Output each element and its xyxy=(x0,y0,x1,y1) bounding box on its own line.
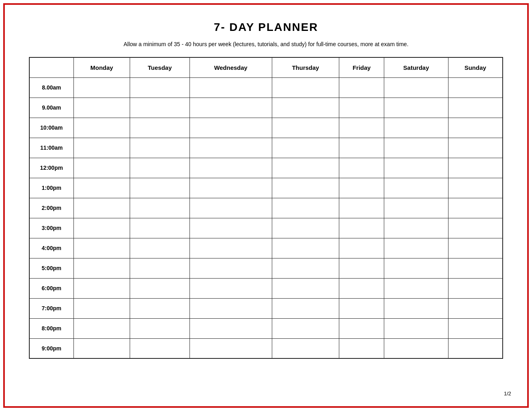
schedule-cell[interactable] xyxy=(272,278,339,298)
schedule-cell[interactable] xyxy=(272,258,339,278)
schedule-cell[interactable] xyxy=(190,138,272,158)
schedule-cell[interactable] xyxy=(448,258,503,278)
schedule-cell[interactable] xyxy=(130,258,190,278)
schedule-cell[interactable] xyxy=(130,238,190,258)
schedule-cell[interactable] xyxy=(384,77,448,98)
schedule-cell[interactable] xyxy=(448,298,503,318)
schedule-cell[interactable] xyxy=(339,318,384,338)
schedule-cell[interactable] xyxy=(384,158,448,178)
schedule-cell[interactable] xyxy=(190,278,272,298)
schedule-cell[interactable] xyxy=(130,198,190,218)
schedule-cell[interactable] xyxy=(339,338,384,358)
schedule-cell[interactable] xyxy=(339,98,384,118)
schedule-cell[interactable] xyxy=(272,138,339,158)
schedule-cell[interactable] xyxy=(339,218,384,238)
schedule-cell[interactable] xyxy=(190,178,272,198)
schedule-cell[interactable] xyxy=(130,158,190,178)
schedule-cell[interactable] xyxy=(384,118,448,138)
schedule-cell[interactable] xyxy=(130,318,190,338)
schedule-cell[interactable] xyxy=(130,77,190,98)
schedule-cell[interactable] xyxy=(272,118,339,138)
schedule-cell[interactable] xyxy=(190,338,272,358)
schedule-cell[interactable] xyxy=(190,198,272,218)
schedule-cell[interactable] xyxy=(272,158,339,178)
schedule-cell[interactable] xyxy=(384,298,448,318)
schedule-cell[interactable] xyxy=(73,77,130,98)
schedule-cell[interactable] xyxy=(73,138,130,158)
schedule-cell[interactable] xyxy=(190,238,272,258)
schedule-cell[interactable] xyxy=(130,298,190,318)
schedule-cell[interactable] xyxy=(73,198,130,218)
schedule-cell[interactable] xyxy=(448,238,503,258)
schedule-cell[interactable] xyxy=(448,218,503,238)
schedule-cell[interactable] xyxy=(339,278,384,298)
schedule-cell[interactable] xyxy=(272,338,339,358)
schedule-cell[interactable] xyxy=(73,278,130,298)
schedule-cell[interactable] xyxy=(384,318,448,338)
schedule-cell[interactable] xyxy=(448,198,503,218)
schedule-cell[interactable] xyxy=(272,298,339,318)
schedule-cell[interactable] xyxy=(448,178,503,198)
schedule-cell[interactable] xyxy=(130,178,190,198)
schedule-cell[interactable] xyxy=(384,338,448,358)
schedule-cell[interactable] xyxy=(73,178,130,198)
schedule-cell[interactable] xyxy=(130,138,190,158)
schedule-cell[interactable] xyxy=(272,218,339,238)
schedule-cell[interactable] xyxy=(384,138,448,158)
schedule-cell[interactable] xyxy=(339,118,384,138)
schedule-cell[interactable] xyxy=(339,77,384,98)
schedule-cell[interactable] xyxy=(339,238,384,258)
schedule-cell[interactable] xyxy=(384,178,448,198)
schedule-cell[interactable] xyxy=(272,98,339,118)
schedule-cell[interactable] xyxy=(272,178,339,198)
schedule-cell[interactable] xyxy=(190,258,272,278)
schedule-cell[interactable] xyxy=(73,318,130,338)
schedule-cell[interactable] xyxy=(73,238,130,258)
schedule-cell[interactable] xyxy=(272,318,339,338)
schedule-cell[interactable] xyxy=(272,198,339,218)
schedule-cell[interactable] xyxy=(448,118,503,138)
schedule-cell[interactable] xyxy=(339,138,384,158)
schedule-cell[interactable] xyxy=(384,258,448,278)
schedule-cell[interactable] xyxy=(190,298,272,318)
schedule-cell[interactable] xyxy=(130,338,190,358)
schedule-cell[interactable] xyxy=(448,318,503,338)
schedule-cell[interactable] xyxy=(190,98,272,118)
schedule-cell[interactable] xyxy=(272,77,339,98)
schedule-cell[interactable] xyxy=(448,278,503,298)
schedule-cell[interactable] xyxy=(73,158,130,178)
schedule-cell[interactable] xyxy=(448,98,503,118)
schedule-cell[interactable] xyxy=(73,218,130,238)
schedule-cell[interactable] xyxy=(384,278,448,298)
schedule-cell[interactable] xyxy=(448,338,503,358)
schedule-cell[interactable] xyxy=(73,258,130,278)
schedule-cell[interactable] xyxy=(448,77,503,98)
schedule-cell[interactable] xyxy=(339,258,384,278)
table-row: 6:00pm xyxy=(29,278,503,298)
schedule-cell[interactable] xyxy=(73,98,130,118)
schedule-cell[interactable] xyxy=(384,218,448,238)
schedule-cell[interactable] xyxy=(190,118,272,138)
schedule-cell[interactable] xyxy=(190,318,272,338)
schedule-cell[interactable] xyxy=(272,238,339,258)
schedule-cell[interactable] xyxy=(73,338,130,358)
schedule-cell[interactable] xyxy=(130,98,190,118)
schedule-cell[interactable] xyxy=(339,298,384,318)
schedule-cell[interactable] xyxy=(384,238,448,258)
schedule-cell[interactable] xyxy=(190,158,272,178)
schedule-cell[interactable] xyxy=(190,218,272,238)
schedule-cell[interactable] xyxy=(339,198,384,218)
schedule-cell[interactable] xyxy=(339,158,384,178)
schedule-cell[interactable] xyxy=(448,158,503,178)
schedule-cell[interactable] xyxy=(190,77,272,98)
schedule-cell[interactable] xyxy=(384,198,448,218)
schedule-cell[interactable] xyxy=(73,298,130,318)
schedule-cell[interactable] xyxy=(130,118,190,138)
schedule-cell[interactable] xyxy=(339,178,384,198)
schedule-cell[interactable] xyxy=(448,138,503,158)
schedule-cell[interactable] xyxy=(130,278,190,298)
schedule-cell[interactable] xyxy=(384,98,448,118)
schedule-cell[interactable] xyxy=(73,118,130,138)
schedule-cell[interactable] xyxy=(130,218,190,238)
header-friday: Friday xyxy=(339,57,384,77)
